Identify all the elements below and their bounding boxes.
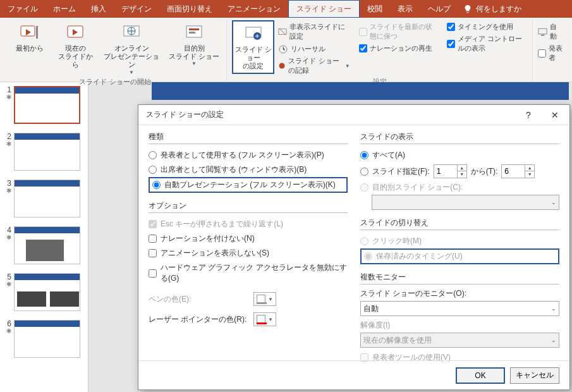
tab-view[interactable]: 表示 <box>390 0 420 18</box>
spin-down-icon[interactable]: ▼ <box>458 171 466 178</box>
slides-custom-radio: 目的別スライド ショー(C): <box>360 180 559 195</box>
svg-rect-7 <box>189 32 195 34</box>
media-controls-checkbox[interactable]: メディア コントロールの表示 <box>447 34 527 54</box>
range-to-label: から(T): <box>471 166 498 177</box>
group-start: 最初から 現在の スライドから オンライン プレゼンテーション ▼ 目的別 スラ… <box>4 20 227 82</box>
tell-me-text: 何をしますか <box>476 4 521 15</box>
chevron-down-icon: ▼ <box>192 61 197 67</box>
monitor-combo[interactable]: 自動⌄ <box>360 301 559 316</box>
options-legend: オプション <box>149 200 348 213</box>
tell-me-search[interactable]: 何をしますか <box>463 0 521 18</box>
monitor-dropdown[interactable]: 自動 <box>538 21 563 42</box>
resolution-label: 解像度(I) <box>360 320 559 331</box>
tab-review[interactable]: 校閲 <box>360 0 390 18</box>
advance-timings-radio: 保存済みのタイミング(U) <box>360 248 559 264</box>
resolution-combo: 現在の解像度を使用⌄ <box>360 333 559 348</box>
rehearse-button[interactable]: リハーサル <box>278 43 350 54</box>
advance-legend: スライドの切り替え <box>360 217 559 230</box>
setup-label: スライド ショー の設定 <box>234 46 272 71</box>
keep-latest-checkbox: スライドを最新の状態に保つ <box>359 21 438 42</box>
animation-star-icon: ✱ <box>6 281 11 288</box>
chevron-down-icon: ▼ <box>345 63 350 69</box>
no-animation-checkbox[interactable]: アニメーションを表示しない(S) <box>149 246 348 260</box>
svg-line-11 <box>279 28 286 35</box>
setup-slideshow-button[interactable]: スライド ショー の設定 <box>232 20 274 74</box>
pen-swatch-icon <box>257 295 265 303</box>
no-hwaccel-checkbox[interactable]: ハードウェア グラフィック アクセラレータを無効にする(G) <box>149 260 348 286</box>
ribbon-tabs: ファイル ホーム 挿入 デザイン 画面切り替え アニメーション スライド ショー… <box>0 0 572 18</box>
tab-transitions[interactable]: 画面切り替え <box>159 0 220 18</box>
thumbnail-3[interactable]: 3✱ <box>3 180 85 217</box>
cancel-button[interactable]: キャンセル <box>510 367 559 384</box>
animation-star-icon: ✱ <box>6 140 11 147</box>
slides-legend: スライドの表示 <box>360 132 559 144</box>
thumbnail-5[interactable]: 5✱ <box>3 273 85 311</box>
custom-show-combo[interactable]: ⌄ <box>372 195 559 210</box>
from-beginning-label: 最初から <box>16 44 44 52</box>
svg-rect-6 <box>189 28 199 30</box>
setup-icon <box>243 23 264 44</box>
monitor-legend: 複数モニター <box>360 272 559 285</box>
tab-animations[interactable]: アニメーション <box>220 0 288 18</box>
online-presentation-button[interactable]: オンライン プレゼンテーション ▼ <box>100 20 163 77</box>
record-button[interactable]: スライド ショーの記録 ▼ <box>278 56 350 76</box>
range-to-spinner[interactable]: ▲▼ <box>501 164 535 178</box>
tab-design[interactable]: デザイン <box>114 0 159 18</box>
loop-esc-checkbox: Esc キーが押されるまで繰り返す(L) <box>149 217 348 231</box>
play-narration-checkbox[interactable]: ナレーションの再生 <box>359 43 438 54</box>
custom-show-icon <box>184 22 204 42</box>
tab-file[interactable]: ファイル <box>0 0 46 18</box>
laser-color-button[interactable]: ▼ <box>253 312 276 326</box>
play-beginning-icon <box>20 22 40 42</box>
type-attendee-radio[interactable]: 出席者として閲覧する (ウィンドウ表示)(B) <box>149 162 348 177</box>
dialog-titlebar: スライド ショーの設定 ? ✕ <box>138 105 569 125</box>
chevron-down-icon: ⌄ <box>551 199 556 205</box>
slides-fieldset: スライドの表示 すべて(A) スライド指定(F): ▲▼ から(T): ▲▼ 目… <box>360 132 559 210</box>
tab-help[interactable]: ヘルプ <box>420 0 458 18</box>
spin-up-icon[interactable]: ▲ <box>458 165 466 171</box>
thumbnail-panel[interactable]: 1✱ 2✱ 3✱ 4✱ 5✱ 6✱ <box>0 82 88 392</box>
type-fieldset: 種類 発表者として使用する (フル スクリーン表示)(P) 出席者として閲覧する… <box>149 132 348 193</box>
animation-star-icon: ✱ <box>6 328 11 334</box>
svg-rect-15 <box>541 35 545 36</box>
tab-insert[interactable]: 挿入 <box>83 0 114 18</box>
slides-range-radio[interactable]: スライド指定(F): ▲▼ から(T): ▲▼ <box>360 162 559 180</box>
thumbnail-1[interactable]: 1✱ <box>3 86 85 124</box>
slide-canvas[interactable] <box>152 82 569 100</box>
no-narration-checkbox[interactable]: ナレーションを付けない(N) <box>149 231 348 246</box>
hide-slide-button[interactable]: 非表示スライドに設定 <box>278 21 350 42</box>
options-fieldset: オプション Esc キーが押されるまで繰り返す(L) ナレーションを付けない(N… <box>149 200 348 328</box>
svg-point-13 <box>279 63 285 68</box>
animation-star-icon: ✱ <box>6 187 11 194</box>
ok-button[interactable]: OK <box>456 367 505 384</box>
pen-color-button[interactable]: ▼ <box>253 292 276 306</box>
spin-up-icon[interactable]: ▲ <box>525 165 534 171</box>
from-current-button[interactable]: 現在の スライドから <box>54 20 96 71</box>
thumbnail-2[interactable]: 2✱ <box>3 133 85 171</box>
chevron-down-icon: ▼ <box>268 297 273 302</box>
group-settings: スライド ショー の設定 非表示スライドに設定 リハーサル スライド ショーの記… <box>227 20 533 82</box>
slides-all-radio[interactable]: すべて(A) <box>360 148 559 162</box>
type-presenter-radio[interactable]: 発表者として使用する (フル スクリーン表示)(P) <box>149 148 348 162</box>
from-beginning-button[interactable]: 最初から <box>9 20 51 54</box>
bulb-icon <box>463 4 472 13</box>
thumbnail-6[interactable]: 6✱ <box>3 320 85 358</box>
online-icon <box>121 22 142 42</box>
record-icon <box>278 61 286 71</box>
setup-slideshow-dialog: スライド ショーの設定 ? ✕ 種類 発表者として使用する (フル スクリーン表… <box>138 104 570 390</box>
custom-slideshow-button[interactable]: 目的別 スライド ショー ▼ <box>167 20 221 69</box>
use-timings-checkbox[interactable]: タイミングを使用 <box>447 21 527 32</box>
chevron-down-icon: ▼ <box>129 70 134 76</box>
thumbnail-4[interactable]: 4✱ <box>3 226 85 264</box>
tab-slideshow[interactable]: スライド ショー <box>288 0 360 18</box>
close-button[interactable]: ✕ <box>545 110 564 120</box>
tab-home[interactable]: ホーム <box>46 0 83 18</box>
spin-down-icon[interactable]: ▼ <box>525 171 534 178</box>
presenter-view-checkbox[interactable]: 発表者 <box>538 43 563 63</box>
help-button[interactable]: ? <box>519 110 538 120</box>
monitor-combo-label: スライド ショーのモニター(O): <box>360 288 559 299</box>
svg-rect-14 <box>539 28 547 34</box>
monitor-icon <box>538 27 547 37</box>
range-from-spinner[interactable]: ▲▼ <box>434 164 467 178</box>
type-kiosk-radio[interactable]: 自動プレゼンテーション (フル スクリーン表示)(K) <box>149 177 348 193</box>
